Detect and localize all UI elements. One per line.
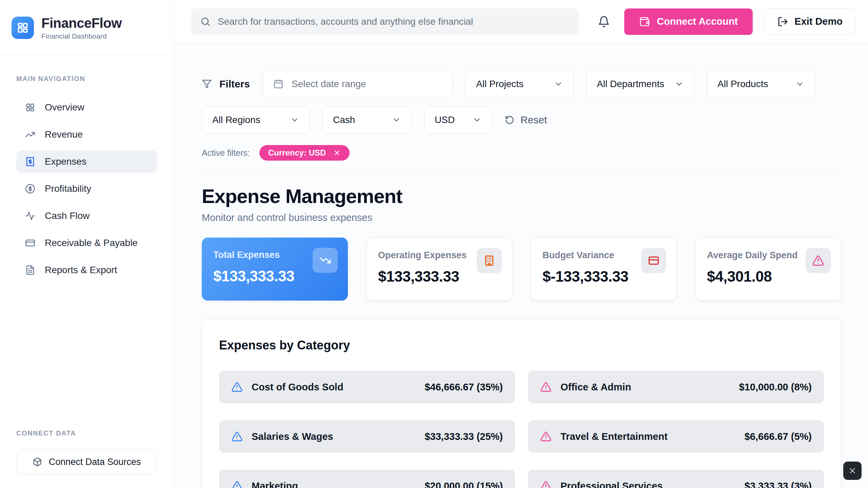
alert-triangle-icon (231, 381, 243, 393)
search-bar[interactable] (191, 8, 579, 35)
notifications-button[interactable] (595, 13, 613, 30)
category-value: $33,333.33 (25%) (425, 431, 503, 442)
sidebar-item-profitability[interactable]: Profitability (16, 178, 157, 200)
filters-row-2: All Regions Cash USD (202, 106, 841, 134)
alert-triangle-icon (231, 480, 243, 488)
exit-demo-label: Exit Demo (794, 16, 843, 27)
products-select-value: All Products (717, 79, 768, 89)
category-name: Cost of Goods Sold (252, 382, 416, 393)
sidebar-item-reports-export[interactable]: Reports & Export (16, 259, 157, 281)
connect-data-sources-label: Connect Data Sources (49, 457, 141, 467)
sidebar-item-receivable-payable[interactable]: Receivable & Payable (16, 232, 157, 254)
nav-section-header: MAIN NAVIGATION (16, 75, 157, 83)
sidebar-item-label: Reports & Export (45, 265, 117, 276)
projects-select[interactable]: All Projects (466, 70, 573, 98)
dollar-circle-icon (25, 184, 35, 194)
page-header: Expense Management Monitor and control b… (191, 171, 852, 223)
sidebar-item-overview[interactable]: Overview (16, 96, 157, 119)
reset-label: Reset (520, 114, 547, 126)
bell-icon (598, 16, 610, 28)
category-value: $20,000.00 (15%) (425, 481, 503, 488)
category-row-cost-of-goods-sold[interactable]: Cost of Goods Sold $46,666.67 (35%) (219, 371, 515, 403)
sidebar-item-label: Overview (45, 102, 84, 113)
dashboard-grid-icon (16, 21, 29, 34)
expenses-by-category-title: Expenses by Category (219, 338, 824, 352)
stat-card-average-daily-spend[interactable]: Average Daily Spend $4,301.08 (695, 238, 841, 301)
stat-card-budget-variance[interactable]: Budget Variance $-133,333.33 (531, 238, 677, 301)
category-list: Cost of Goods Sold $46,666.67 (35%) Offi… (219, 371, 824, 488)
exit-demo-button[interactable]: Exit Demo (764, 8, 856, 35)
category-row-office-admin[interactable]: Office & Admin $10,000.00 (8%) (528, 371, 824, 403)
receipt-icon (25, 157, 35, 167)
chevron-down-icon (290, 116, 299, 124)
category-name: Office & Admin (560, 382, 730, 393)
currency-filter-chip[interactable]: Currency: USD (259, 145, 350, 161)
regions-select[interactable]: All Regions (202, 106, 310, 134)
alert-triangle-icon (540, 480, 552, 488)
departments-select-value: All Departments (597, 79, 664, 89)
chevron-down-icon (473, 116, 481, 124)
activity-icon (25, 211, 35, 221)
chevron-down-icon (392, 116, 401, 124)
wallet-icon (639, 16, 650, 27)
connect-section-header: CONNECT DATA (16, 429, 157, 437)
building-icon (477, 248, 502, 273)
expenses-by-category-card: Expenses by Category Cost of Goods Sold … (202, 319, 841, 488)
currency-select[interactable]: USD (424, 106, 492, 134)
category-row-salaries-wages[interactable]: Salaries & Wages $33,333.33 (25%) (219, 420, 515, 453)
account-type-select-value: Cash (333, 115, 355, 125)
category-row-travel-entertainment[interactable]: Travel & Entertainment $6,666.67 (5%) (528, 420, 824, 453)
category-value: $46,666.67 (35%) (425, 382, 503, 393)
stat-card-operating-expenses[interactable]: Operating Expenses $133,333.33 (366, 238, 512, 301)
filters-label: Filters (219, 78, 250, 90)
close-icon[interactable] (333, 149, 341, 157)
page-content: Filters Select date range All Projects A… (174, 43, 868, 488)
departments-select[interactable]: All Departments (586, 70, 694, 98)
date-range-input[interactable]: Select date range (263, 70, 453, 98)
category-value: $6,666.67 (5%) (745, 431, 812, 442)
sidebar-item-cash-flow[interactable]: Cash Flow (16, 205, 157, 227)
active-filters-label: Active filters: (202, 148, 250, 158)
category-name: Professional Services (560, 481, 736, 488)
sidebar-item-label: Cash Flow (45, 210, 90, 221)
sidebar-item-expenses[interactable]: Expenses (16, 150, 157, 173)
products-select[interactable]: All Products (707, 70, 815, 98)
page-subtitle: Monitor and control business expenses (202, 212, 841, 223)
brand-text: FinanceFlow Financial Dashboard (41, 16, 122, 40)
trending-down-icon (313, 248, 338, 273)
filters-panel: Filters Select date range All Projects A… (191, 57, 852, 171)
category-row-professional-services[interactable]: Professional Services $3,333.33 (3%) (528, 470, 824, 488)
connect-data-sources-button[interactable]: Connect Data Sources (16, 449, 157, 474)
alert-triangle-icon (231, 431, 243, 442)
account-type-select[interactable]: Cash (322, 106, 411, 134)
category-row-marketing[interactable]: Marketing $20,000.00 (15%) (219, 470, 515, 488)
connect-account-button[interactable]: Connect Account (624, 8, 753, 35)
credit-card-icon (25, 238, 35, 248)
package-icon (33, 457, 42, 467)
stat-card-total-expenses[interactable]: Total Expenses $133,333.33 (202, 238, 348, 301)
alert-triangle-icon (540, 431, 552, 442)
topbar: Connect Account Exit Demo (174, 0, 868, 43)
reset-filters-button[interactable]: Reset (505, 114, 547, 126)
sidebar-item-label: Revenue (45, 129, 83, 140)
trending-up-icon (25, 129, 35, 140)
close-overlay-button[interactable] (843, 462, 862, 480)
category-name: Travel & Entertainment (560, 431, 736, 442)
category-value: $3,333.33 (3%) (745, 481, 812, 488)
app-subtitle: Financial Dashboard (41, 32, 122, 40)
search-input[interactable] (218, 16, 570, 27)
alert-triangle-icon (540, 381, 552, 393)
active-filters-row: Active filters: Currency: USD (202, 145, 841, 161)
chevron-down-icon (675, 80, 684, 88)
page-title: Expense Management (202, 185, 841, 207)
regions-select-value: All Regions (212, 115, 260, 125)
connect-data-section: CONNECT DATA Connect Data Sources (0, 429, 173, 488)
search-icon (200, 16, 211, 27)
sidebar-item-label: Receivable & Payable (45, 238, 138, 248)
category-value: $10,000.00 (8%) (739, 382, 812, 393)
brand: FinanceFlow Financial Dashboard (0, 0, 173, 56)
sidebar-item-label: Profitability (45, 183, 91, 194)
sidebar-item-revenue[interactable]: Revenue (16, 123, 157, 146)
chevron-down-icon (795, 80, 804, 88)
alert-triangle-icon (806, 248, 831, 273)
